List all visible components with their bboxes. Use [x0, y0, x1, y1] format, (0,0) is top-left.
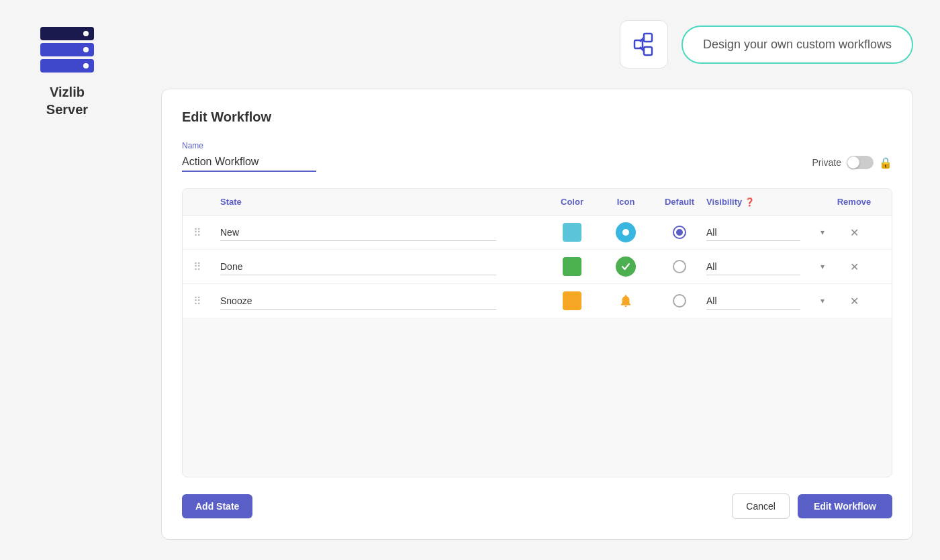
private-label: Private: [812, 157, 841, 168]
logo-line1: Vizlib: [50, 85, 85, 99]
color-cell-snooze: [545, 291, 599, 310]
icon-circle-new[interactable]: [616, 222, 636, 242]
card-footer: Add State Cancel Edit Workflow: [182, 494, 892, 519]
workflow-icon-box: [620, 20, 668, 68]
table-header: State Color Icon Default Visibility ❓ Re…: [183, 189, 892, 215]
design-banner-text: Design your own custom workflows: [703, 38, 892, 51]
remove-cell-new: ✕: [827, 226, 881, 239]
logo-bar-3: [40, 59, 94, 73]
logo-bar-2: [40, 43, 94, 56]
remove-btn-snooze[interactable]: ✕: [827, 295, 881, 308]
state-name-input-snooze[interactable]: [220, 293, 496, 310]
color-cell-done: [545, 257, 599, 276]
remove-btn-new[interactable]: ✕: [827, 226, 881, 239]
logo-line2: Server: [46, 102, 88, 117]
footer-right: Cancel Edit Workflow: [732, 494, 892, 519]
remove-btn-done[interactable]: ✕: [827, 261, 881, 273]
visibility-select-done[interactable]: All Private Public: [706, 259, 800, 275]
state-name-cell-new: [220, 224, 545, 241]
field-left: Name: [182, 141, 812, 172]
state-name-input-done[interactable]: [220, 259, 496, 275]
default-cell-snooze: [653, 294, 706, 308]
logo-bar-1: [40, 27, 94, 40]
visibility-cell-done: All Private Public ▾: [706, 259, 827, 275]
default-col-header: Default: [653, 197, 706, 207]
default-cell-new: [653, 226, 706, 239]
states-table: State Color Icon Default Visibility ❓ Re…: [182, 188, 892, 477]
design-banner: Design your own custom workflows: [682, 26, 913, 64]
svg-rect-1: [644, 47, 652, 55]
color-swatch-done[interactable]: [563, 257, 581, 276]
visibility-col-header: Visibility ❓: [706, 197, 827, 207]
remove-cell-done: ✕: [827, 261, 881, 273]
state-name-input-new[interactable]: [220, 224, 496, 241]
remove-col-header: Remove: [827, 197, 881, 207]
sidebar: Vizlib Server: [0, 0, 134, 560]
main-content: Design your own custom workflows Edit Wo…: [134, 0, 940, 560]
logo-text: Vizlib Server: [46, 83, 88, 118]
circle-icon-new: [621, 228, 630, 237]
default-cell-done: [653, 260, 706, 273]
visibility-cell-new: All Private Public ▾: [706, 224, 827, 241]
state-col-header: State: [220, 197, 545, 207]
topbar: Design your own custom workflows: [161, 20, 913, 68]
svg-rect-2: [634, 40, 643, 48]
table-row: ⠿: [183, 216, 892, 250]
radio-new[interactable]: [673, 226, 686, 239]
svg-point-5: [622, 229, 629, 236]
drag-col-header: [193, 197, 220, 207]
visibility-label-text: Visibility: [706, 197, 742, 207]
check-icon-done: [621, 262, 630, 271]
remove-cell-snooze: ✕: [827, 295, 881, 308]
icon-col-header: Icon: [599, 197, 653, 207]
drag-handle-snooze[interactable]: ⠿: [193, 295, 220, 308]
radio-snooze[interactable]: [673, 294, 686, 308]
table-body: ⠿: [183, 215, 892, 318]
svg-rect-0: [644, 34, 652, 42]
name-input[interactable]: [182, 153, 316, 172]
visibility-select-snooze[interactable]: All Private Public: [706, 293, 800, 310]
visibility-help-icon: ❓: [745, 197, 755, 207]
icon-circle-snooze[interactable]: [616, 291, 636, 311]
add-state-button[interactable]: Add State: [182, 494, 252, 518]
table-row: ⠿: [183, 250, 892, 284]
toggle-thumb: [847, 156, 859, 169]
color-swatch-new[interactable]: [563, 223, 581, 242]
visibility-select-new[interactable]: All Private Public: [706, 224, 800, 241]
select-arrow-new: ▾: [820, 228, 825, 237]
icon-cell-done: [599, 256, 653, 277]
select-arrow-done: ▾: [820, 262, 825, 271]
select-arrow-snooze: ▾: [820, 296, 825, 306]
drag-handle-new[interactable]: ⠿: [193, 226, 220, 239]
card-title: Edit Workflow: [182, 109, 892, 125]
color-swatch-snooze[interactable]: [563, 291, 581, 310]
lock-icon: 🔒: [879, 156, 892, 169]
icon-cell-snooze: [599, 291, 653, 311]
color-cell-new: [545, 223, 599, 242]
edit-workflow-button[interactable]: Edit Workflow: [798, 494, 892, 518]
icon-cell-new: [599, 222, 653, 242]
radio-inner-new: [676, 229, 683, 236]
state-name-cell-snooze: [220, 293, 545, 310]
logo-stack: [40, 27, 94, 73]
color-col-header: Color: [545, 197, 599, 207]
private-toggle[interactable]: [847, 156, 874, 169]
cancel-button[interactable]: Cancel: [732, 494, 790, 519]
bell-icon-snooze: [618, 293, 633, 308]
table-row: ⠿: [183, 284, 892, 318]
edit-workflow-card: Edit Workflow Name Private 🔒 State Color…: [161, 89, 913, 540]
radio-done[interactable]: [673, 260, 686, 273]
field-group: Name Private 🔒: [182, 141, 892, 172]
visibility-cell-snooze: All Private Public ▾: [706, 293, 827, 310]
workflow-svg-icon: [630, 31, 657, 58]
name-label: Name: [182, 141, 812, 150]
icon-circle-done[interactable]: [616, 256, 636, 277]
state-name-cell-done: [220, 259, 545, 275]
private-group: Private 🔒: [812, 156, 892, 172]
drag-handle-done[interactable]: ⠿: [193, 261, 220, 273]
